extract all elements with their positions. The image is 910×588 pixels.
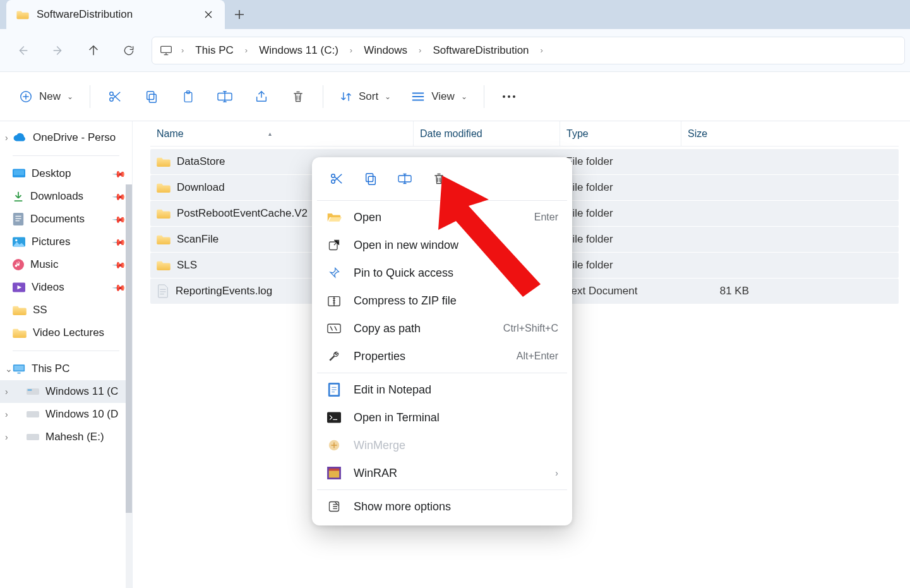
file-name: Download xyxy=(177,181,225,194)
folder-open-icon xyxy=(326,210,342,225)
rename-icon xyxy=(217,90,232,104)
crumb-current[interactable]: SoftwareDistribution xyxy=(429,44,532,57)
separator xyxy=(317,200,567,201)
new-tab-button[interactable] xyxy=(225,0,254,29)
ctx-cut-button[interactable] xyxy=(322,166,351,191)
pin-icon: 📌 xyxy=(112,234,126,249)
separator xyxy=(484,85,484,108)
ctx-edit-notepad[interactable]: Edit in Notepad xyxy=(317,376,567,404)
rename-button[interactable] xyxy=(209,83,241,111)
plus-icon xyxy=(234,9,244,20)
separator xyxy=(317,489,567,490)
crumb-drive[interactable]: Windows 11 (C:) xyxy=(255,44,342,57)
sort-button[interactable]: Sort ⌄ xyxy=(332,83,398,111)
sidebar-desktop[interactable]: Desktop 📌 xyxy=(0,162,132,185)
address-bar[interactable]: › This PC › Windows 11 (C:) › Windows › … xyxy=(152,37,905,64)
ctx-copy-as-path[interactable]: Copy as path Ctrl+Shift+C xyxy=(317,315,567,342)
sidebar-downloads[interactable]: Downloads 📌 xyxy=(0,185,132,208)
sidebar-scrollbar-thumb[interactable] xyxy=(126,184,132,513)
tab-close-button[interactable] xyxy=(202,8,215,21)
chevron-right-icon: › xyxy=(241,45,251,55)
ctx-label: Pin to Quick access xyxy=(354,267,453,280)
view-label: View xyxy=(431,90,455,103)
copy-icon xyxy=(145,90,159,104)
sidebar-ss[interactable]: SS xyxy=(0,299,132,321)
ctx-rename-button[interactable] xyxy=(390,166,419,191)
sort-icon xyxy=(340,90,352,103)
folder-icon xyxy=(157,234,171,245)
ctx-label: WinMerge xyxy=(354,439,405,452)
view-button[interactable]: View ⌄ xyxy=(404,83,475,111)
sidebar-drive-c[interactable]: Windows 11 (C xyxy=(0,380,132,403)
sidebar-drive-d[interactable]: Windows 10 (D xyxy=(0,403,132,426)
file-type: File folder xyxy=(566,233,613,246)
nav-bar: › This PC › Windows 11 (C:) › Windows › … xyxy=(0,29,910,72)
ctx-open[interactable]: Open Enter xyxy=(317,203,567,231)
file-name: ScanFile xyxy=(177,233,219,246)
ctx-winmerge[interactable]: WinMerge xyxy=(317,431,567,459)
ctx-pin-quick-access[interactable]: Pin to Quick access xyxy=(317,259,567,287)
sidebar-music[interactable]: Music 📌 xyxy=(0,253,132,276)
svg-rect-32 xyxy=(328,324,340,333)
ctx-label: Copy as path xyxy=(354,322,421,335)
sidebar-this-pc[interactable]: This PC xyxy=(0,357,132,380)
column-label: Date modified xyxy=(420,128,482,140)
pin-icon: 📌 xyxy=(112,212,126,226)
ctx-compress-zip[interactable]: Compress to ZIP file xyxy=(317,287,567,315)
svg-point-16 xyxy=(15,239,17,241)
forward-button[interactable] xyxy=(40,35,76,66)
file-type: Text Document xyxy=(566,285,637,297)
ctx-label: Open in new window xyxy=(354,239,458,252)
refresh-button[interactable] xyxy=(111,35,147,66)
crumb-windows[interactable]: Windows xyxy=(360,44,411,57)
column-type[interactable]: Type xyxy=(560,121,681,146)
sidebar-video-lectures[interactable]: Video Lectures xyxy=(0,321,132,344)
new-button[interactable]: New ⌄ xyxy=(11,83,81,111)
open-external-icon xyxy=(326,237,342,253)
chevron-right-icon: › xyxy=(555,468,558,478)
back-button[interactable] xyxy=(5,35,40,66)
share-button[interactable] xyxy=(246,83,277,111)
sidebar-item-label: Video Lectures xyxy=(33,327,104,339)
ctx-show-more-options[interactable]: Show more options xyxy=(317,493,567,520)
new-label: New xyxy=(39,90,61,103)
ctx-open-terminal[interactable]: Open in Terminal xyxy=(317,404,567,431)
music-icon xyxy=(13,259,24,270)
sidebar-drive-e[interactable]: Mahesh (E:) xyxy=(0,426,132,448)
separator xyxy=(323,85,323,108)
file-size: 81 KB xyxy=(720,285,749,297)
pin-icon xyxy=(326,265,342,280)
monitor-icon xyxy=(13,364,25,374)
more-button[interactable] xyxy=(493,83,525,111)
ctx-delete-button[interactable] xyxy=(424,166,453,191)
copy-button[interactable] xyxy=(136,83,167,111)
sidebar-pictures[interactable]: Pictures 📌 xyxy=(0,231,132,253)
delete-button[interactable] xyxy=(282,83,314,111)
ctx-properties[interactable]: Properties Alt+Enter xyxy=(317,342,567,370)
crumb-this-pc[interactable]: This PC xyxy=(191,44,237,57)
sidebar-videos[interactable]: Videos 📌 xyxy=(0,276,132,299)
sidebar-item-label: Documents xyxy=(30,213,85,225)
list-view-icon xyxy=(411,91,425,102)
column-size[interactable]: Size xyxy=(681,121,762,146)
ctx-winrar[interactable]: WinRAR › xyxy=(317,459,567,487)
svg-rect-24 xyxy=(27,434,39,440)
column-name[interactable]: Name▴ xyxy=(150,121,413,146)
column-date-modified[interactable]: Date modified xyxy=(413,121,560,146)
ctx-shortcut: Alt+Enter xyxy=(517,351,558,362)
tab-active[interactable]: SoftwareDistribution xyxy=(6,0,225,29)
up-button[interactable] xyxy=(76,35,111,66)
cut-button[interactable] xyxy=(99,83,131,111)
paste-button[interactable] xyxy=(172,83,204,111)
chevron-right-icon: › xyxy=(415,45,425,55)
ctx-copy-button[interactable] xyxy=(356,166,385,191)
ctx-open-new-window[interactable]: Open in new window xyxy=(317,231,567,259)
clipboard-icon xyxy=(182,90,195,104)
sidebar-documents[interactable]: Documents 📌 xyxy=(0,208,132,231)
sidebar-item-label: Desktop xyxy=(32,167,71,180)
sidebar-onedrive[interactable]: OneDrive - Perso xyxy=(0,126,132,149)
file-type: File folder xyxy=(566,259,613,272)
svg-rect-13 xyxy=(14,170,25,175)
terminal-icon xyxy=(326,410,342,425)
svg-rect-39 xyxy=(329,469,339,471)
